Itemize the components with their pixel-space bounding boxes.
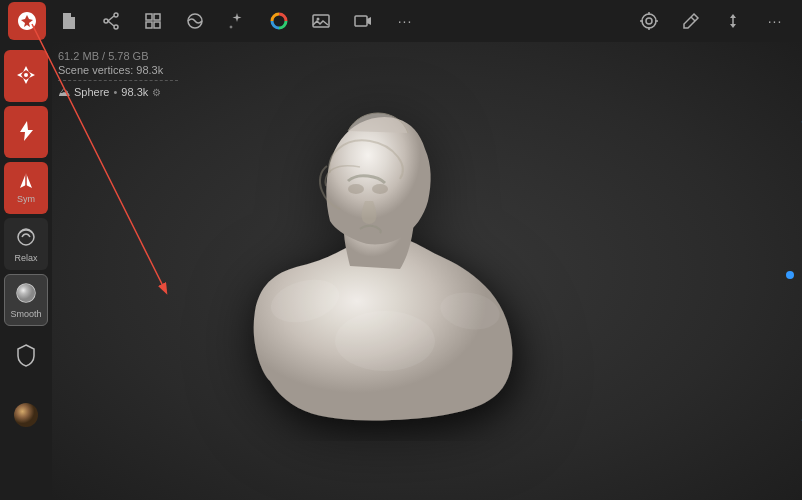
- object-name: Sphere: [74, 86, 109, 98]
- memory-info: 61.2 MB / 5.78 GB: [58, 50, 178, 62]
- relax-button[interactable]: Relax: [4, 218, 48, 270]
- more2-button[interactable]: ···: [756, 2, 794, 40]
- svg-rect-11: [313, 15, 329, 27]
- navigate-icon: [14, 63, 38, 90]
- svg-line-3: [108, 16, 114, 21]
- svg-point-28: [14, 403, 38, 427]
- svg-line-4: [108, 21, 114, 26]
- transform-button[interactable]: [714, 2, 752, 40]
- svg-point-14: [642, 14, 656, 28]
- material-button[interactable]: [176, 2, 214, 40]
- effects-button[interactable]: [218, 2, 256, 40]
- svg-rect-6: [154, 14, 160, 20]
- paint-button[interactable]: [672, 2, 710, 40]
- panel-divider: [58, 80, 178, 81]
- lightning-icon: [16, 119, 36, 146]
- vertices-info: Scene vertices: 98.3k: [58, 64, 178, 76]
- smooth-icon: [14, 281, 38, 308]
- 3d-model: [230, 101, 550, 441]
- lightning-button[interactable]: [4, 106, 48, 158]
- svg-point-35: [335, 311, 435, 371]
- main-canvas[interactable]: [52, 42, 802, 500]
- object-count: 98.3k: [121, 86, 148, 98]
- shield-icon: [15, 343, 37, 370]
- svg-rect-8: [154, 22, 160, 28]
- sculpt-button[interactable]: [8, 2, 46, 40]
- relax-label: Relax: [14, 254, 37, 263]
- top-toolbar: ··· ···: [0, 0, 802, 42]
- svg-point-22: [24, 73, 28, 77]
- image-button[interactable]: [302, 2, 340, 40]
- svg-rect-13: [355, 16, 367, 26]
- arc-handle[interactable]: [786, 271, 794, 279]
- svg-point-1: [114, 25, 118, 29]
- symmetry-button[interactable]: Sym: [4, 162, 48, 214]
- svg-point-15: [646, 18, 652, 24]
- file-button[interactable]: [50, 2, 88, 40]
- sphere-button[interactable]: [4, 390, 48, 442]
- object-icon: ⛰: [58, 85, 70, 99]
- svg-point-32: [372, 184, 388, 194]
- sphere-icon: [12, 401, 40, 432]
- video-button[interactable]: [344, 2, 382, 40]
- svg-point-31: [348, 184, 364, 194]
- shield-button[interactable]: [4, 330, 48, 382]
- settings-button[interactable]: [630, 2, 668, 40]
- symmetry-label: Sym: [17, 195, 35, 204]
- object-row: ⛰ Sphere • 98.3k ⚙: [58, 85, 178, 99]
- svg-rect-5: [146, 14, 152, 20]
- left-sidebar: Sym Relax: [0, 42, 52, 500]
- rotation-arc[interactable]: [622, 101, 802, 441]
- relax-icon: [14, 225, 38, 252]
- svg-point-0: [114, 13, 118, 17]
- smooth-label: Smooth: [10, 310, 41, 319]
- info-panel: 61.2 MB / 5.78 GB Scene vertices: 98.3k …: [58, 50, 178, 99]
- vertices-label: Scene vertices:: [58, 64, 133, 76]
- svg-point-27: [17, 284, 35, 302]
- smooth-button[interactable]: Smooth: [4, 274, 48, 326]
- symmetry-icon: [15, 172, 37, 193]
- svg-line-20: [691, 17, 695, 21]
- svg-rect-7: [146, 22, 152, 28]
- top-right-tools: ···: [630, 2, 794, 40]
- vertices-count: 98.3k: [136, 64, 163, 76]
- more-button[interactable]: ···: [386, 2, 424, 40]
- svg-point-2: [104, 19, 108, 23]
- layers-button[interactable]: [134, 2, 172, 40]
- navigate-button[interactable]: [4, 50, 48, 102]
- color-button[interactable]: [260, 2, 298, 40]
- share-button[interactable]: [92, 2, 130, 40]
